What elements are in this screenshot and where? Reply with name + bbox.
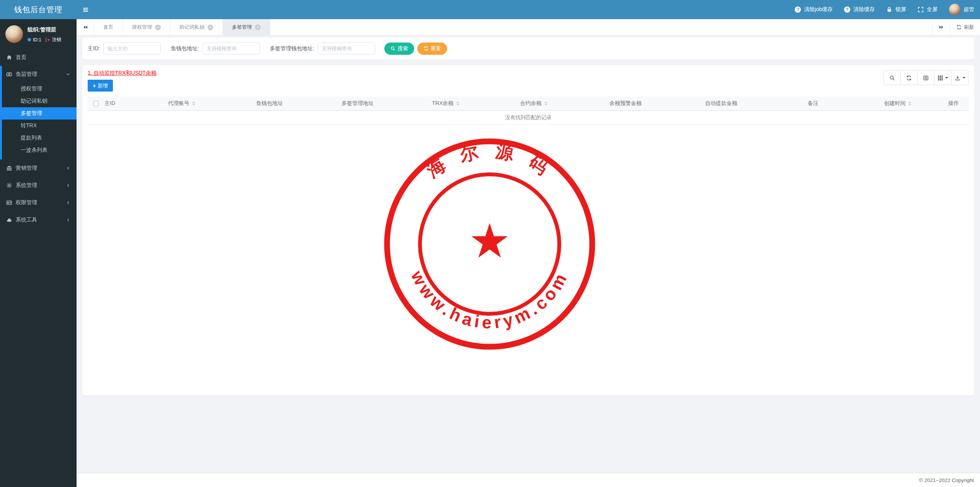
clear-job-cache-label: 清除job缓存 bbox=[804, 6, 833, 13]
filter-fish-wallet: 鱼钱包地址: bbox=[171, 43, 260, 54]
column-header-contract-balance[interactable]: 合约余额 bbox=[490, 100, 578, 107]
column-header-multisig-address: 多签管理地址 bbox=[314, 100, 402, 107]
sidebar-item-withdraw-list[interactable]: 提款列表 bbox=[2, 132, 77, 144]
copyright-text: © 2021~2022 Copyright bbox=[919, 477, 974, 483]
main-id-input[interactable] bbox=[103, 43, 161, 54]
sidebar-group-fish-mgmt: 鱼苗管理 授权管理 助记词私钥 多签管理 转TRX 提款列表 一波杀列表 bbox=[0, 66, 77, 159]
sidebar-user-panel: 组织:管理层 ID:1 注销 bbox=[0, 19, 77, 48]
tab-bar-right: 刷新 bbox=[932, 19, 980, 35]
sidebar-item-multisig-mgmt[interactable]: 多签管理 bbox=[2, 107, 77, 120]
table-export-button[interactable] bbox=[951, 71, 969, 85]
fish-wallet-label: 鱼钱包地址: bbox=[171, 45, 199, 52]
clear-job-cache-button[interactable]: 清除job缓存 bbox=[789, 0, 838, 19]
lock-screen-button[interactable]: 锁屏 bbox=[880, 0, 912, 19]
column-header-create-time[interactable]: 创建时间 bbox=[857, 100, 938, 107]
refresh-icon bbox=[956, 25, 962, 30]
sidebar-group-marketing[interactable]: 营销管理 bbox=[0, 159, 77, 177]
column-header-auto-withdraw: 自动提款金额 bbox=[673, 100, 769, 107]
tab-home[interactable]: 首页 bbox=[94, 19, 123, 35]
search-button[interactable]: 搜索 bbox=[384, 43, 414, 55]
table-columns-button[interactable] bbox=[934, 71, 952, 85]
table-card: 1. 自动监控TRX和USDT余额 新增 bbox=[82, 65, 974, 395]
sidebar-group-system-mgmt[interactable]: 系统管理 bbox=[0, 177, 77, 194]
search-icon bbox=[889, 75, 895, 81]
sign-out-icon bbox=[45, 37, 50, 43]
column-header-operations: 操作 bbox=[938, 100, 969, 107]
fullscreen-button[interactable]: 全屏 bbox=[912, 0, 943, 19]
data-table: 主ID 代理账号 鱼钱包地址 多签管理地址 TRX余额 合约余额 余额预警金额 … bbox=[88, 97, 969, 125]
caret-down-icon bbox=[962, 77, 965, 79]
tab-auth-mgmt[interactable]: 授权管理 bbox=[123, 19, 170, 35]
reset-button[interactable]: 重置 bbox=[417, 43, 447, 55]
table-refresh-button[interactable] bbox=[900, 71, 918, 85]
sidebar-group-label: 营销管理 bbox=[16, 165, 37, 172]
sort-icon bbox=[456, 102, 459, 105]
sidebar: 组织:管理层 ID:1 注销 首页 鱼苗管理 授权 bbox=[0, 19, 77, 487]
user-avatar bbox=[949, 4, 960, 15]
lock-screen-label: 锁屏 bbox=[895, 6, 906, 13]
sidebar-toggle-button[interactable] bbox=[77, 0, 94, 19]
user-org-label: 组织:管理层 bbox=[28, 25, 61, 33]
tab-multisig-mgmt[interactable]: 多签管理 bbox=[223, 19, 270, 35]
tab-label: 首页 bbox=[103, 24, 113, 31]
search-label: 搜索 bbox=[398, 45, 408, 52]
tab-label: 多签管理 bbox=[232, 24, 252, 31]
download-icon bbox=[955, 75, 960, 81]
column-header-trx-balance[interactable]: TRX余额 bbox=[402, 100, 490, 107]
tab-close-icon[interactable] bbox=[207, 25, 213, 30]
clear-cache-button[interactable]: 清除缓存 bbox=[838, 0, 880, 19]
clear-cache-label: 清除缓存 bbox=[853, 6, 875, 13]
sidebar-item-onewave-list[interactable]: 一波杀列表 bbox=[2, 144, 77, 156]
column-header-warning-amount: 余额预警金额 bbox=[578, 100, 673, 107]
monitor-note: 1. 自动监控TRX和USDT余额 bbox=[88, 70, 157, 77]
sort-icon bbox=[192, 102, 195, 105]
sidebar-item-auth-mgmt[interactable]: 授权管理 bbox=[2, 83, 77, 95]
sidebar-group-permission-mgmt[interactable]: 权限管理 bbox=[0, 194, 77, 211]
multisig-wallet-input[interactable] bbox=[318, 43, 375, 54]
chevron-left-icon bbox=[66, 218, 70, 222]
tab-mnemonic-key[interactable]: 助记词私钥 bbox=[170, 19, 223, 35]
filter-main-id: 主ID: bbox=[88, 43, 161, 54]
top-navbar: 钱包后台管理 清除job缓存 清除缓存 锁屏 全屏 超管 bbox=[0, 0, 980, 19]
sidebar-group-system-tools[interactable]: 系统工具 bbox=[0, 211, 77, 228]
sidebar-group-label: 权限管理 bbox=[16, 199, 37, 206]
caret-down-icon bbox=[945, 77, 948, 79]
add-button[interactable]: 新增 bbox=[88, 80, 113, 92]
footer: © 2021~2022 Copyright bbox=[77, 473, 980, 487]
search-icon bbox=[390, 46, 395, 51]
refresh-tab-button[interactable]: 刷新 bbox=[950, 19, 980, 35]
tabs-scroll-right-button[interactable] bbox=[932, 19, 950, 35]
filter-multisig-wallet: 多签管理钱包地址: bbox=[270, 43, 375, 54]
question-circle-icon bbox=[844, 7, 850, 13]
sidebar-group-toggle-fish-mgmt[interactable]: 鱼苗管理 bbox=[2, 66, 77, 83]
tab-close-icon[interactable] bbox=[155, 25, 161, 30]
double-chevron-left-icon bbox=[83, 25, 88, 30]
sidebar-group-label: 系统工具 bbox=[16, 216, 37, 223]
column-header-agent-account[interactable]: 代理账号 bbox=[137, 100, 225, 107]
tabs-scroll-left-button[interactable] bbox=[77, 19, 94, 35]
plus-icon bbox=[93, 82, 96, 89]
table-detail-view-button[interactable] bbox=[917, 71, 934, 85]
user-avatar bbox=[5, 25, 23, 43]
lock-icon bbox=[886, 7, 892, 13]
logout-link[interactable]: 注销 bbox=[52, 36, 61, 43]
sidebar-group-label: 系统管理 bbox=[16, 182, 37, 189]
gear-icon bbox=[6, 182, 12, 189]
sort-icon bbox=[544, 102, 547, 105]
sidebar-item-mnemonic-key[interactable]: 助记词私钥 bbox=[2, 95, 77, 107]
user-menu[interactable]: 超管 bbox=[943, 0, 980, 19]
sort-icon bbox=[908, 102, 911, 105]
sidebar-item-transfer-trx[interactable]: 转TRX bbox=[2, 120, 77, 132]
bank-icon bbox=[6, 165, 12, 171]
sidebar-item-home[interactable]: 首页 bbox=[0, 49, 77, 66]
main-id-label: 主ID: bbox=[88, 45, 100, 52]
multisig-wallet-label: 多签管理钱包地址: bbox=[270, 45, 314, 52]
fish-wallet-input[interactable] bbox=[203, 43, 260, 54]
chevron-left-icon bbox=[66, 166, 70, 171]
navbar-actions: 清除job缓存 清除缓存 锁屏 全屏 超管 bbox=[789, 0, 980, 19]
table-toolbar bbox=[884, 71, 969, 85]
select-all-checkbox[interactable] bbox=[93, 101, 99, 106]
table-search-button[interactable] bbox=[884, 71, 901, 85]
reset-label: 重置 bbox=[431, 45, 441, 52]
tab-close-icon[interactable] bbox=[255, 25, 261, 30]
